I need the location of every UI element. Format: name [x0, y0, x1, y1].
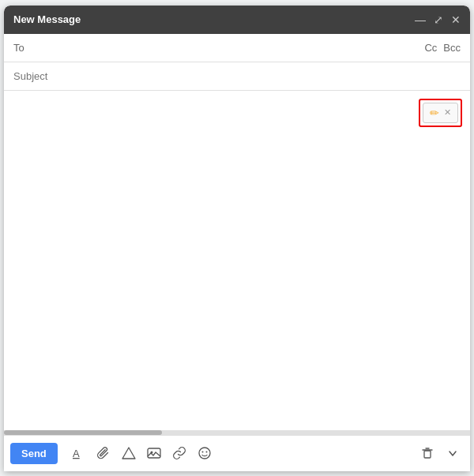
compose-window: New Message — ⤢ ✕ To Cc Bcc ✏ ✕ [4, 6, 470, 471]
title-bar-controls: — ⤢ ✕ [415, 13, 461, 26]
edit-icon: ✏ [430, 107, 439, 119]
toolbar-right [416, 442, 464, 464]
drive-icon [122, 446, 136, 460]
to-label: To [13, 42, 37, 54]
svg-text:A: A [73, 448, 80, 459]
minimize-button[interactable]: — [415, 13, 426, 26]
emoji-icon [198, 446, 212, 460]
send-button[interactable]: Send [10, 443, 58, 464]
to-input[interactable] [37, 42, 424, 54]
expand-button[interactable]: ⤢ [434, 13, 443, 26]
window-title: New Message [13, 13, 81, 25]
attach-icon [96, 446, 111, 460]
svg-point-5 [201, 452, 203, 453]
subject-input[interactable] [13, 70, 461, 82]
photo-icon [147, 446, 161, 460]
subject-field-row [4, 62, 470, 91]
title-bar: New Message — ⤢ ✕ [4, 6, 470, 34]
cc-button[interactable]: Cc [424, 42, 437, 54]
link-button[interactable] [168, 442, 190, 464]
body-area: ✏ ✕ [4, 91, 470, 435]
delete-button[interactable] [416, 442, 438, 464]
floating-icon-container: ✏ ✕ [419, 99, 462, 127]
delete-icon [420, 446, 434, 460]
photo-button[interactable] [143, 442, 165, 464]
close-button[interactable]: ✕ [451, 13, 461, 26]
floating-icon-box[interactable]: ✏ ✕ [423, 103, 458, 123]
attach-button[interactable] [92, 442, 115, 464]
horizontal-scrollbar-thumb[interactable] [4, 430, 162, 435]
toolbar: Send A [4, 435, 470, 471]
svg-marker-1 [122, 448, 135, 459]
format-icon: A [71, 446, 85, 460]
drive-button[interactable] [118, 442, 140, 464]
svg-point-6 [205, 452, 207, 453]
cc-bcc-controls: Cc Bcc [424, 42, 461, 54]
more-options-button[interactable] [442, 442, 464, 464]
chevron-down-icon [446, 446, 460, 460]
svg-rect-7 [424, 451, 431, 458]
format-text-button[interactable]: A [67, 442, 89, 464]
bcc-button[interactable]: Bcc [443, 42, 461, 54]
svg-point-4 [199, 448, 210, 459]
body-textarea[interactable] [4, 91, 470, 435]
floating-close-icon[interactable]: ✕ [444, 107, 451, 118]
svg-rect-2 [148, 448, 160, 458]
emoji-button[interactable] [194, 442, 216, 464]
to-field-row: To Cc Bcc [4, 34, 470, 62]
link-icon [172, 446, 186, 460]
horizontal-scrollbar-track[interactable] [4, 430, 470, 435]
